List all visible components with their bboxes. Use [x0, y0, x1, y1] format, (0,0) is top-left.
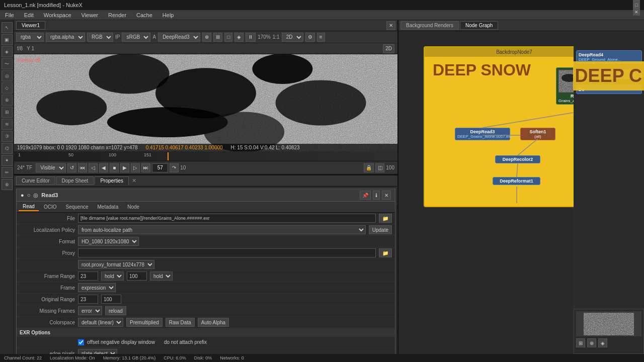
channel-select[interactable]: rgbargbalpha — [16, 33, 44, 42]
proxy-format-select[interactable]: root.proxy_format 1024x778 — [78, 260, 154, 269]
autoalpha-btn[interactable]: Auto Alpha — [198, 318, 229, 327]
viewer-icon2-btn[interactable]: ⊞ — [213, 33, 222, 42]
loop-btn[interactable]: ↺ — [67, 163, 76, 172]
viewer-icon5-btn[interactable]: ⏸ — [246, 33, 256, 42]
proxy-input[interactable] — [78, 248, 376, 257]
tab-properties[interactable]: Properties — [95, 176, 129, 185]
a-node-select[interactable]: DeepRead3 — [158, 33, 200, 42]
menu-render[interactable]: Render — [106, 11, 128, 19]
soften1-node[interactable]: Soften1 (all) — [520, 128, 555, 140]
skip-btn[interactable]: ↷ — [170, 163, 179, 172]
toolbar-shape-icon[interactable]: ◇ — [2, 82, 13, 94]
format-select[interactable]: HD_1080 1920x1080 — [78, 237, 139, 246]
viewer-icon1-btn[interactable]: ⊕ — [202, 33, 211, 42]
prev-frame-btn[interactable]: ⏮ — [78, 163, 87, 172]
visibility-select[interactable]: Visible — [36, 163, 66, 172]
tab-background-renders[interactable]: Background Renders — [400, 21, 459, 30]
read-tab-ocio[interactable]: OCIO — [40, 203, 61, 211]
offset-checkbox[interactable] — [78, 339, 84, 345]
dim-select[interactable]: 2D3D — [282, 33, 303, 42]
menu-help[interactable]: Help — [160, 11, 176, 19]
localization-select[interactable]: from auto-localize path — [78, 225, 366, 234]
menu-file[interactable]: File — [3, 11, 16, 19]
update-btn[interactable]: Update — [369, 225, 392, 234]
mini-btn3[interactable]: ◈ — [598, 338, 607, 347]
colormode-select[interactable]: RGB — [87, 33, 113, 42]
viewer-close-btn[interactable]: ✕ — [386, 21, 395, 30]
colorspace-prop-select[interactable]: default (linear) — [78, 318, 123, 327]
close-button[interactable]: ✕ — [633, 9, 640, 16]
toolbar-3d-icon[interactable]: ③ — [2, 131, 13, 142]
play-back-btn[interactable]: ◀ — [99, 163, 108, 172]
tab-close-btn[interactable]: ✕ — [132, 177, 136, 184]
deepreformat1-node[interactable]: DeepReformat1 — [493, 177, 540, 185]
hold-start-select[interactable]: hold — [101, 272, 124, 281]
toolbar-deep-icon[interactable]: ⌬ — [2, 143, 13, 154]
read-close-btn[interactable]: ✕ — [382, 191, 391, 200]
read-info-btn[interactable]: ℹ — [373, 191, 380, 200]
toolbar-color-icon[interactable]: ◈ — [2, 46, 13, 57]
toolbar-arrow-icon[interactable]: ↖ — [2, 22, 13, 33]
maximize-button[interactable]: □ — [633, 2, 640, 9]
node-graph[interactable]: BackdropNode7 DEEP SNOW DeepRead3 DEEP_G… — [398, 31, 644, 362]
tab-node-graph[interactable]: Node Graph — [460, 21, 498, 30]
mini-btn1[interactable]: ⊞ — [576, 338, 585, 347]
menu-viewer[interactable]: Viewer — [79, 11, 100, 19]
read-tab-node[interactable]: Node — [123, 203, 143, 211]
viewer-tab-1[interactable]: Viewer1 — [16, 21, 45, 30]
viewer-icon4-btn[interactable]: ◈ — [234, 33, 244, 42]
toolbar-mask-icon[interactable]: ◎ — [2, 70, 13, 81]
proxy-browse-btn[interactable]: 📁 — [379, 248, 392, 257]
menu-edit[interactable]: Edit — [22, 11, 36, 19]
timeline-bar[interactable]: 1 50 100 151 — [14, 151, 397, 161]
toolbar-transform-icon[interactable]: ⊞ — [2, 107, 13, 118]
toolbar-viewer-icon[interactable]: ▣ — [2, 34, 13, 45]
alpha-select[interactable]: rgba.alpha — [46, 33, 85, 42]
current-frame-input[interactable] — [152, 163, 168, 172]
deepread3-node[interactable]: DeepRead3 DEEP_Grains_Alone.0057.exr — [455, 128, 510, 140]
frame-start-input[interactable] — [78, 272, 98, 281]
viewer-settings-btn[interactable]: ⚙ — [305, 33, 315, 42]
viewer-2d-btn[interactable]: 2D — [383, 44, 394, 53]
step-fwd-btn[interactable]: ▷ — [131, 163, 140, 172]
range-btn[interactable]: ◫ — [375, 163, 384, 172]
read-pin-btn[interactable]: 📌 — [360, 191, 371, 200]
frame-end-input[interactable] — [127, 272, 147, 281]
rawdata-btn[interactable]: Raw Data — [166, 318, 195, 327]
missingframes-select[interactable]: error — [78, 306, 102, 315]
timeline-marker[interactable] — [168, 152, 169, 160]
next-frame-btn[interactable]: ⏭ — [141, 163, 150, 172]
toolbar-merge-icon[interactable]: ⊕ — [2, 95, 13, 106]
toolbar-other-icon[interactable]: ⊕ — [2, 179, 13, 190]
hold-end-select[interactable]: hold — [150, 272, 173, 281]
step-back-btn[interactable]: ◁ — [89, 163, 98, 172]
file-input[interactable] — [78, 214, 376, 223]
frame-expr-select[interactable]: expression — [78, 283, 116, 292]
read-tab-metadata[interactable]: Metadata — [94, 203, 123, 211]
viewer-icon3-btn[interactable]: □ — [224, 33, 232, 42]
reload-btn[interactable]: reload — [105, 306, 126, 315]
play-fwd-btn[interactable]: ▶ — [120, 163, 129, 172]
read-tab-sequence[interactable]: Sequence — [61, 203, 92, 211]
svg-point-2 — [252, 54, 312, 84]
toolbar-draw-icon[interactable]: ✏ — [2, 167, 13, 178]
tab-curve-editor[interactable]: Curve Editor — [16, 176, 55, 185]
colorspace-select[interactable]: sRGB — [122, 33, 150, 42]
toolbar-particle-icon[interactable]: ✦ — [2, 155, 13, 166]
menu-workspace[interactable]: Workspace — [42, 11, 73, 19]
orig-start-input[interactable] — [78, 295, 98, 304]
premult-btn[interactable]: Premultiplied — [126, 318, 163, 327]
deeprecolor2-node[interactable]: DeepRecolor2 — [495, 155, 540, 163]
tab-dope-sheet[interactable]: Dope Sheet — [56, 176, 94, 185]
stop-btn[interactable]: ■ — [110, 163, 119, 172]
orig-end-input[interactable] — [101, 295, 121, 304]
toolbar-curves-icon[interactable]: 〜 — [2, 58, 13, 69]
viewer-extra-btn[interactable]: ≡ — [317, 33, 325, 42]
toolbar-filter-icon[interactable]: ≋ — [2, 119, 13, 130]
mini-btn2[interactable]: ⊕ — [587, 338, 596, 347]
read-tab-read[interactable]: Read — [19, 203, 39, 211]
menu-bar: File Edit Workspace Viewer Render Cache … — [0, 10, 644, 20]
lock-btn[interactable]: 🔒 — [364, 163, 374, 172]
menu-cache[interactable]: Cache — [134, 11, 154, 19]
file-browse-btn[interactable]: 📁 — [379, 214, 392, 223]
